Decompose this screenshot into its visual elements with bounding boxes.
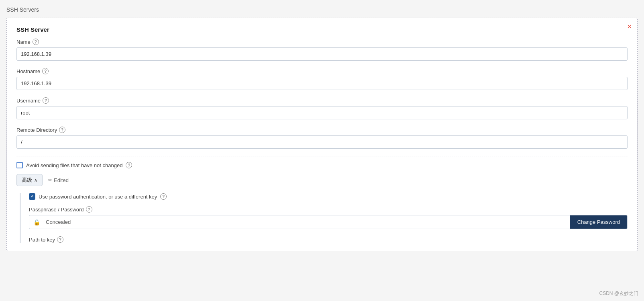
path-to-key-row: Path to key ? <box>29 236 628 243</box>
password-field-wrapper: 🔒 Concealed Change Password <box>29 215 628 229</box>
avoid-sending-checkbox[interactable] <box>16 162 23 168</box>
advanced-section: Use password authentication, or use a di… <box>20 193 628 243</box>
edit-icon: ✏ <box>48 177 52 183</box>
passphrase-help-icon[interactable]: ? <box>86 206 92 213</box>
watermark: CSDN @玄妙之门 <box>599 290 638 297</box>
hostname-help-icon[interactable]: ? <box>42 68 49 74</box>
use-password-help-icon[interactable]: ? <box>160 193 167 200</box>
close-button[interactable]: × <box>627 23 632 30</box>
advanced-button[interactable]: 高级 ∧ <box>16 174 43 186</box>
path-to-key-label: Path to key <box>29 237 55 243</box>
path-to-key-help-icon[interactable]: ? <box>57 236 63 243</box>
page-container: SSH Servers × SSH Server Name ? Hostname… <box>0 0 644 301</box>
use-password-row: Use password authentication, or use a di… <box>29 193 628 200</box>
advanced-label: 高级 <box>22 176 32 184</box>
avoid-sending-label: Avoid sending files that have not change… <box>26 162 122 168</box>
avoid-sending-row: Avoid sending files that have not change… <box>16 162 628 168</box>
lock-icon: 🔒 <box>29 219 44 225</box>
hostname-input[interactable] <box>16 77 628 90</box>
remote-directory-input[interactable] <box>16 135 628 149</box>
name-help-icon[interactable]: ? <box>33 39 39 45</box>
username-field-group: Username ? <box>16 97 628 119</box>
section-title: SSH Server <box>16 26 628 33</box>
chevron-up-icon: ∧ <box>34 178 37 183</box>
edited-badge: ✏ Edited <box>48 177 69 183</box>
avoid-sending-help-icon[interactable]: ? <box>126 162 132 168</box>
passphrase-field-group: Passphrase / Password ? 🔒 Concealed Chan… <box>29 206 628 229</box>
hostname-label: Hostname ? <box>16 68 628 74</box>
page-title: SSH Servers <box>6 6 638 13</box>
name-input[interactable] <box>16 47 628 61</box>
ssh-server-card: × SSH Server Name ? Hostname ? Username … <box>6 18 638 251</box>
concealed-text: Concealed <box>44 216 570 228</box>
hostname-field-group: Hostname ? <box>16 68 628 90</box>
name-field-group: Name ? <box>16 39 628 61</box>
username-input[interactable] <box>16 106 628 119</box>
change-password-button[interactable]: Change Password <box>570 215 627 229</box>
use-password-label: Use password authentication, or use a di… <box>39 194 157 200</box>
username-label: Username ? <box>16 97 628 104</box>
username-help-icon[interactable]: ? <box>43 97 49 104</box>
name-label: Name ? <box>16 39 628 45</box>
use-password-checkbox[interactable] <box>29 193 35 200</box>
advanced-row: 高级 ∧ ✏ Edited <box>16 174 628 186</box>
remote-directory-field-group: Remote Directory ? <box>16 127 628 149</box>
passphrase-label: Passphrase / Password ? <box>29 206 628 213</box>
divider-1 <box>16 156 628 156</box>
edited-label: Edited <box>54 177 69 183</box>
remote-directory-label: Remote Directory ? <box>16 127 628 133</box>
remote-directory-help-icon[interactable]: ? <box>59 127 65 133</box>
